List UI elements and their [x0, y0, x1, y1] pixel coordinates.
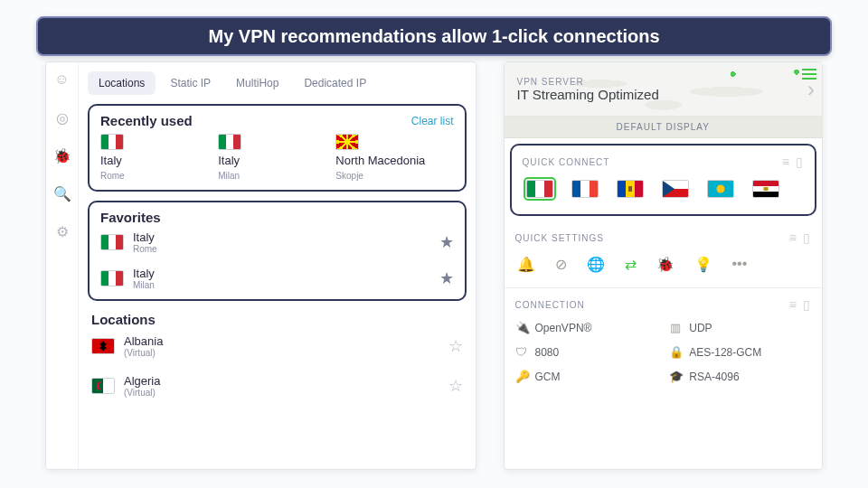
- conn-cipher[interactable]: 🔒AES-128-GCM: [669, 345, 811, 359]
- quick-connect-title: QUICK CONNECT: [523, 157, 610, 167]
- recent-item[interactable]: North Macedonia Skopje: [335, 134, 453, 181]
- favorite-country: Italy: [133, 267, 430, 280]
- server-name: IT Streaming Optimized: [517, 87, 809, 102]
- bookmark-icon[interactable]: ▯: [796, 155, 804, 169]
- locations-title: Locations: [91, 312, 463, 327]
- qc-flag-cz[interactable]: [662, 180, 689, 198]
- clear-list-link[interactable]: Clear list: [411, 115, 454, 127]
- conn-label: RSA-4096: [689, 371, 739, 383]
- cert-icon: 🎓: [669, 370, 682, 383]
- star-filled-icon[interactable]: ★: [439, 268, 454, 288]
- key-icon: 🔑: [515, 370, 528, 383]
- section-recently-used: Recently used Clear list Italy Rome Ital…: [88, 104, 467, 192]
- qc-flag-it[interactable]: [526, 180, 553, 198]
- lock-icon: 🔒: [669, 345, 682, 359]
- favorite-item[interactable]: Italy Rome ★: [100, 230, 454, 254]
- tab-static-ip[interactable]: Static IP: [159, 71, 222, 95]
- qc-flag-fr[interactable]: [571, 180, 599, 198]
- quick-settings-title: QUICK SETTINGS: [515, 233, 604, 243]
- chevron-right-icon[interactable]: ›: [807, 77, 815, 102]
- recently-used-title: Recently used: [100, 113, 193, 128]
- location-note: (Virtual): [124, 348, 439, 358]
- tab-multihop[interactable]: MultiHop: [225, 71, 289, 95]
- server-kicker: VPN SERVER: [517, 77, 809, 87]
- quick-connect-flags: [523, 178, 804, 202]
- banner-text: My VPN recommendations allow 1-click con…: [208, 26, 659, 47]
- shield-slash-icon[interactable]: ⊘: [555, 256, 567, 273]
- user-icon[interactable]: ☺: [54, 71, 71, 88]
- globe-icon[interactable]: 🌐: [587, 256, 605, 273]
- qc-flag-md[interactable]: [617, 180, 644, 198]
- radar-icon[interactable]: ◎: [54, 109, 71, 126]
- left-rail: ☺ ◎ 🐞 🔍 ⚙: [46, 62, 79, 469]
- section-connection: CONNECTION ≡▯ 🔌OpenVPN® ▥UDP 🛡8080 🔒AES-…: [505, 288, 822, 396]
- conn-label: AES-128-GCM: [689, 346, 761, 359]
- section-quick-settings: QUICK SETTINGS ≡▯ 🔔 ⊘ 🌐 ⇄ 🐞 💡 •••: [505, 221, 822, 288]
- flag-italy-icon: [100, 270, 124, 286]
- right-panel: VPN SERVER IT Streaming Optimized › DEFA…: [504, 61, 823, 470]
- flag-italy-icon: [218, 134, 241, 150]
- left-body: Locations Static IP MultiHop Dedicated I…: [79, 62, 476, 469]
- recent-country: North Macedonia: [335, 154, 453, 167]
- recent-city: Milan: [218, 171, 335, 181]
- bug-icon[interactable]: 🐞: [54, 147, 71, 164]
- default-display-strip[interactable]: DEFAULT DISPLAY: [505, 117, 822, 138]
- section-quick-connect: QUICK CONNECT ≡▯: [510, 144, 816, 216]
- recent-grid: Italy Rome Italy Milan North Macedonia S…: [100, 134, 454, 181]
- star-filled-icon[interactable]: ★: [439, 232, 454, 252]
- favorites-title: Favorites: [100, 210, 454, 225]
- conn-label: GCM: [535, 371, 561, 383]
- conn-handshake[interactable]: 🎓RSA-4096: [669, 370, 811, 383]
- location-item[interactable]: Algeria (Virtual) ☆: [91, 374, 463, 398]
- conn-auth[interactable]: 🔑GCM: [515, 370, 657, 383]
- flag-italy-icon: [100, 134, 124, 150]
- banner: My VPN recommendations allow 1-click con…: [36, 16, 832, 56]
- gear-icon[interactable]: ⚙: [54, 223, 71, 239]
- conn-port[interactable]: 🛡8080: [515, 345, 657, 359]
- favorite-city: Milan: [133, 280, 430, 290]
- search-icon[interactable]: 🔍: [54, 185, 71, 202]
- section-favorites: Favorites Italy Rome ★ Italy: [88, 201, 467, 301]
- badge-icon: 🛡: [515, 345, 528, 359]
- flag-algeria-icon: [91, 378, 115, 394]
- bug-icon[interactable]: 🐞: [656, 256, 675, 273]
- star-outline-icon[interactable]: ☆: [448, 336, 463, 356]
- qc-flag-eg[interactable]: [752, 180, 779, 198]
- server-header[interactable]: VPN SERVER IT Streaming Optimized ›: [505, 62, 822, 117]
- flag-albania-icon: [91, 338, 115, 354]
- flag-north-macedonia-icon: [335, 134, 359, 150]
- locations-list: Albania (Virtual) ☆ Algeria (Virtual) ☆: [88, 334, 467, 398]
- bell-icon[interactable]: 🔔: [517, 256, 535, 273]
- star-outline-icon[interactable]: ☆: [448, 376, 463, 396]
- conn-transport[interactable]: ▥UDP: [669, 321, 811, 334]
- bookmark-icon[interactable]: ▯: [803, 230, 811, 245]
- list-icon[interactable]: ≡: [789, 297, 797, 312]
- conn-protocol[interactable]: 🔌OpenVPN®: [515, 321, 657, 334]
- list-icon[interactable]: ≡: [789, 230, 797, 245]
- bookmark-icon[interactable]: ▯: [803, 297, 811, 312]
- favorite-city: Rome: [133, 244, 430, 254]
- location-country: Algeria: [124, 374, 439, 388]
- lightbulb-icon[interactable]: 💡: [694, 256, 712, 273]
- shuffle-icon[interactable]: ⇄: [625, 256, 637, 273]
- favorite-item[interactable]: Italy Milan ★: [100, 267, 454, 290]
- location-country: Albania: [124, 334, 439, 348]
- flag-italy-icon: [100, 234, 124, 250]
- recent-country: Italy: [218, 154, 335, 167]
- recent-item[interactable]: Italy Rome: [100, 134, 218, 181]
- proto-icon: ▥: [669, 321, 682, 334]
- tabs: Locations Static IP MultiHop Dedicated I…: [88, 71, 467, 95]
- recent-city: Skopje: [335, 171, 453, 181]
- qc-flag-kz[interactable]: [707, 180, 734, 198]
- connection-title: CONNECTION: [515, 300, 585, 310]
- recent-city: Rome: [100, 171, 218, 181]
- tab-locations[interactable]: Locations: [88, 71, 156, 95]
- list-icon[interactable]: ≡: [782, 155, 790, 169]
- recent-item[interactable]: Italy Milan: [218, 134, 335, 181]
- left-panel: ☺ ◎ 🐞 🔍 ⚙ Locations Static IP MultiHop D…: [45, 61, 476, 470]
- tab-dedicated-ip[interactable]: Dedicated IP: [293, 71, 377, 95]
- conn-label: UDP: [689, 322, 712, 334]
- more-icon[interactable]: •••: [732, 256, 748, 273]
- recent-country: Italy: [100, 154, 218, 167]
- location-item[interactable]: Albania (Virtual) ☆: [91, 334, 463, 358]
